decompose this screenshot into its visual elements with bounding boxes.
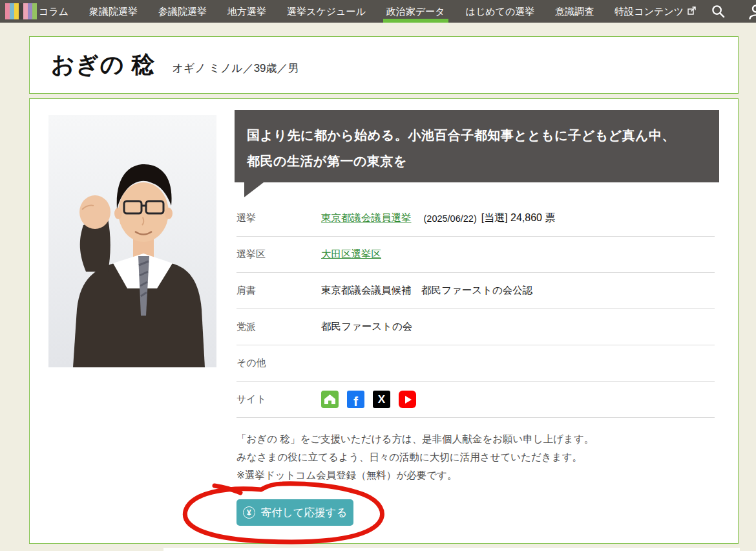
appeal-line-3: ※選挙ドットコム会員登録（無料）が必要です。 (236, 466, 594, 484)
yen-circle-icon: ¥ (243, 506, 255, 519)
site-logo[interactable] (5, 3, 37, 19)
table-row-title: 肩書 東京都議会議員候補 都民ファーストの会公認 (236, 273, 715, 309)
candidate-kana-age-sex: オギノ ミノル／39歳／男 (173, 61, 299, 76)
nav-item-column[interactable]: コラム (39, 0, 68, 23)
nav-item-special-content[interactable]: 特設コンテンツ (614, 0, 696, 23)
table-row-district: 選挙区 大田区選挙区 (236, 237, 715, 273)
row-label: サイト (236, 393, 321, 405)
election-link[interactable]: 東京都議会議員選挙 (321, 211, 412, 225)
slogan-line-2: 都民の生活が第一の東京を (247, 148, 706, 174)
party-value: 都民ファーストの会 (321, 320, 412, 334)
row-label: その他 (236, 357, 321, 369)
donation-appeal-text: 「おぎの 稔」をご支援いただける方は、是非個人献金をお願い申し上げます。 みなさ… (236, 430, 594, 484)
nav-item-survey[interactable]: 意識調査 (555, 0, 594, 23)
row-label: 選挙 (236, 212, 321, 224)
row-label: 肩書 (236, 285, 321, 297)
search-icon[interactable] (711, 4, 726, 21)
election-date: (2025/06/22) (424, 213, 477, 224)
row-label: 選挙区 (236, 248, 321, 261)
x-icon[interactable]: X (373, 391, 390, 408)
nav-item-politician-data[interactable]: 政治家データ (386, 0, 445, 23)
home-icon[interactable] (321, 391, 339, 408)
candidate-photo (48, 115, 216, 367)
donate-button-label: 寄付して応援する (261, 506, 348, 520)
external-link-icon (688, 0, 696, 23)
nav-item-shugiin[interactable]: 衆議院選挙 (89, 0, 138, 23)
slogan-bubble: 国より先に都から始める。小池百合子都知事とともに子どもど真ん中、 都民の生活が第… (235, 110, 719, 182)
nav-item-first-election[interactable]: はじめての選挙 (466, 0, 535, 23)
district-link[interactable]: 大田区選挙区 (321, 248, 381, 261)
appeal-line-2: みなさまの役に立てるよう、日々の活動に大切に活用させていただきます。 (236, 448, 594, 466)
election-result: [当選] 24,860 票 (481, 211, 556, 225)
account-icon[interactable] (748, 4, 756, 22)
table-row-election: 選挙 東京都議会議員選挙 (2025/06/22) [当選] 24,860 票 (236, 200, 715, 237)
table-row-party: 党派 都民ファーストの会 (236, 309, 715, 345)
profile-table: 選挙 東京都議会議員選挙 (2025/06/22) [当選] 24,860 票 … (236, 200, 715, 418)
row-label: 党派 (236, 321, 321, 333)
nav-item-schedule[interactable]: 選挙スケジュール (287, 0, 366, 23)
donate-button[interactable]: ¥ 寄付して応援する (236, 499, 353, 526)
table-row-other: その他 (236, 345, 715, 382)
nav-item-local-election[interactable]: 地方選挙 (227, 0, 266, 23)
candidate-profile-card: 国より先に都から始める。小池百合子都知事とともに子どもど真ん中、 都民の生活が第… (29, 98, 739, 544)
slogan-line-1: 国より先に都から始める。小池百合子都知事とともに子どもど真ん中、 (247, 122, 706, 148)
table-row-sites: サイト f X (236, 382, 715, 418)
title-value: 東京都議会議員候補 都民ファーストの会公認 (321, 284, 532, 297)
next-section-edge (163, 548, 740, 551)
youtube-icon[interactable] (399, 391, 416, 408)
candidate-name: おぎの 稔 (51, 49, 156, 81)
candidate-header-card: おぎの 稔 オギノ ミノル／39歳／男 (29, 36, 739, 94)
appeal-line-1: 「おぎの 稔」をご支援いただける方は、是非個人献金をお願い申し上げます。 (236, 430, 594, 448)
bubble-tail (244, 182, 264, 197)
nav-item-sangiin[interactable]: 参議院選挙 (158, 0, 207, 23)
nav-menu: コラム 衆議院選挙 参議院選挙 地方選挙 選挙スケジュール 政治家データ はじめ… (39, 0, 696, 23)
facebook-icon[interactable]: f (347, 391, 364, 408)
top-nav: コラム 衆議院選挙 参議院選挙 地方選挙 選挙スケジュール 政治家データ はじめ… (0, 0, 756, 23)
